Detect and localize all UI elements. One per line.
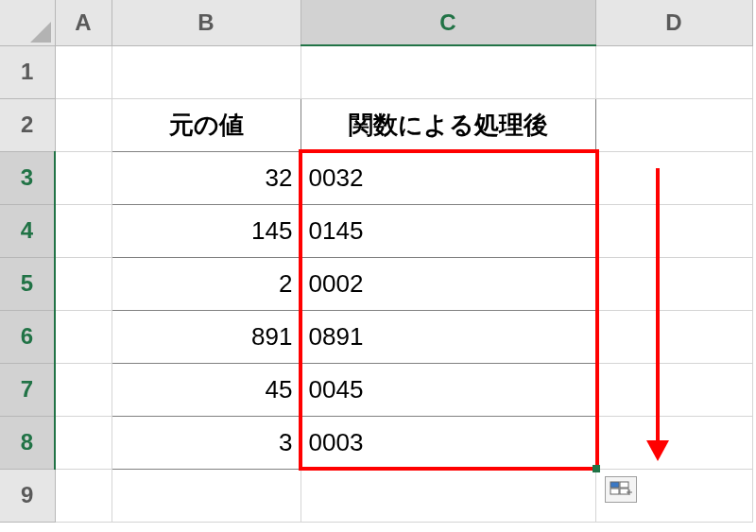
spreadsheet-grid: A B C D 1 2 元の値 関数による処理後 3 32 0032 4 145… (0, 0, 753, 523)
svg-rect-3 (610, 489, 619, 494)
cell-D5[interactable] (595, 257, 752, 310)
cell-A2[interactable] (55, 98, 112, 151)
cell-D3[interactable] (595, 151, 752, 204)
svg-rect-2 (620, 482, 628, 488)
autofill-options-button[interactable] (605, 476, 637, 503)
cell-D7[interactable] (595, 363, 752, 416)
cell-B7[interactable]: 45 (112, 363, 301, 416)
cell-D8[interactable] (595, 416, 752, 469)
cell-B2-header[interactable]: 元の値 (112, 98, 301, 151)
auto-fill-options-icon (610, 481, 632, 498)
cell-C1[interactable] (301, 45, 595, 98)
col-header-D[interactable]: D (595, 0, 752, 45)
cell-B9[interactable] (112, 469, 301, 522)
cell-B3[interactable]: 32 (112, 151, 301, 204)
cell-A7[interactable] (55, 363, 112, 416)
col-header-B[interactable]: B (112, 0, 301, 45)
cell-C3[interactable]: 0032 (301, 151, 595, 204)
cell-C9[interactable] (301, 469, 595, 522)
row-header-3[interactable]: 3 (0, 151, 55, 204)
row-header-5[interactable]: 5 (0, 257, 55, 310)
row-header-4[interactable]: 4 (0, 204, 55, 257)
cell-B6[interactable]: 891 (112, 310, 301, 363)
svg-rect-4 (620, 489, 628, 494)
cell-D6[interactable] (595, 310, 752, 363)
row-header-6[interactable]: 6 (0, 310, 55, 363)
cell-C4[interactable]: 0145 (301, 204, 595, 257)
annotation-arrow-head-icon (646, 440, 669, 461)
row-header-1[interactable]: 1 (0, 45, 55, 98)
cell-B8[interactable]: 3 (112, 416, 301, 469)
row-header-8[interactable]: 8 (0, 416, 55, 469)
row-header-2[interactable]: 2 (0, 98, 55, 151)
cell-A3[interactable] (55, 151, 112, 204)
col-header-C[interactable]: C (301, 0, 595, 45)
cell-C2-header[interactable]: 関数による処理後 (301, 98, 595, 151)
cell-C7[interactable]: 0045 (301, 363, 595, 416)
col-header-A[interactable]: A (55, 0, 112, 45)
select-all-triangle-icon (30, 22, 51, 43)
cell-B5[interactable]: 2 (112, 257, 301, 310)
cell-A1[interactable] (55, 45, 112, 98)
cell-C5[interactable]: 0002 (301, 257, 595, 310)
cell-D2[interactable] (595, 98, 752, 151)
select-all-button[interactable] (0, 0, 55, 45)
cell-A8[interactable] (55, 416, 112, 469)
cell-B4[interactable]: 145 (112, 204, 301, 257)
svg-rect-1 (610, 482, 619, 488)
fill-handle[interactable] (593, 465, 600, 472)
annotation-arrow-line (656, 168, 660, 442)
cell-A6[interactable] (55, 310, 112, 363)
cell-A4[interactable] (55, 204, 112, 257)
cell-A5[interactable] (55, 257, 112, 310)
cell-B1[interactable] (112, 45, 301, 98)
cell-C6[interactable]: 0891 (301, 310, 595, 363)
cell-C8[interactable]: 0003 (301, 416, 595, 469)
cell-A9[interactable] (55, 469, 112, 522)
svg-marker-0 (30, 22, 51, 43)
row-header-9[interactable]: 9 (0, 469, 55, 522)
row-header-7[interactable]: 7 (0, 363, 55, 416)
cell-D4[interactable] (595, 204, 752, 257)
cell-D1[interactable] (595, 45, 752, 98)
